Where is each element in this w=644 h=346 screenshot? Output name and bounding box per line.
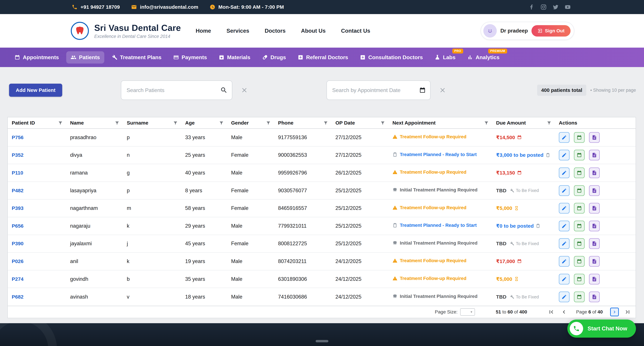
patient-id-link[interactable]: P352 bbox=[12, 152, 24, 158]
billing-button[interactable] bbox=[589, 167, 600, 178]
patient-id-link[interactable]: P682 bbox=[12, 294, 24, 300]
chat-button[interactable]: Start Chat Now bbox=[567, 320, 636, 338]
schedule-button[interactable] bbox=[574, 132, 585, 143]
search-patients-input[interactable] bbox=[121, 80, 232, 100]
edit-button[interactable] bbox=[559, 274, 570, 285]
edit-button[interactable] bbox=[559, 238, 570, 249]
nav-item-consultation-doctors[interactable]: Consultation Doctors bbox=[356, 51, 427, 63]
cell-name: nagaraju bbox=[66, 223, 123, 229]
billing-button[interactable] bbox=[589, 238, 600, 249]
last-page-button[interactable] bbox=[624, 309, 631, 315]
funnel-icon[interactable] bbox=[173, 120, 178, 125]
clear-search-button[interactable] bbox=[241, 86, 248, 94]
schedule-button[interactable] bbox=[574, 185, 585, 196]
nav-item-referral-doctors[interactable]: Referral Doctors bbox=[293, 51, 352, 63]
funnel-icon[interactable] bbox=[266, 120, 271, 125]
twitter-icon[interactable] bbox=[552, 4, 559, 10]
nav-item-analytics[interactable]: AnalyticsPREMIUM bbox=[463, 51, 504, 63]
funnel-icon[interactable] bbox=[115, 120, 120, 125]
header-nav-contact-us[interactable]: Contact Us bbox=[341, 28, 370, 34]
nav-item-treatment-plans[interactable]: Treatment Plans bbox=[107, 51, 166, 63]
add-new-patient-button[interactable]: Add New Patient bbox=[9, 84, 62, 97]
patient-id-link[interactable]: P026 bbox=[12, 259, 24, 264]
sign-out-button[interactable]: Sign Out bbox=[532, 25, 570, 36]
cell-due-amount: TBDTo Be Fixed bbox=[492, 294, 555, 300]
nav-item-patients[interactable]: Patients bbox=[66, 51, 104, 63]
edit-button[interactable] bbox=[559, 292, 570, 302]
schedule-button[interactable] bbox=[574, 167, 585, 178]
schedule-button[interactable] bbox=[574, 221, 585, 231]
header-nav-about-us[interactable]: About Us bbox=[301, 28, 326, 34]
billing-button[interactable] bbox=[589, 256, 600, 267]
header-nav-services[interactable]: Services bbox=[226, 28, 249, 34]
cell-patient-id: P274 bbox=[8, 276, 66, 282]
patient-id-link[interactable]: P390 bbox=[12, 241, 24, 246]
wrench-icon bbox=[510, 188, 514, 193]
billing-button[interactable] bbox=[589, 221, 600, 231]
edit-button[interactable] bbox=[559, 221, 570, 231]
cell-phone-text: 8008122725 bbox=[278, 241, 307, 246]
clinic-logo bbox=[71, 22, 89, 40]
funnel-icon[interactable] bbox=[484, 120, 489, 125]
schedule-button[interactable] bbox=[574, 256, 585, 267]
header-nav-doctors[interactable]: Doctors bbox=[265, 28, 286, 34]
schedule-button[interactable] bbox=[574, 274, 585, 285]
edit-button[interactable] bbox=[559, 203, 570, 214]
page-size-select[interactable] bbox=[460, 308, 475, 316]
warning-icon bbox=[392, 134, 398, 139]
facebook-icon[interactable] bbox=[528, 4, 535, 10]
site-header: Sri Vasu Dental Care Excellence in Denta… bbox=[0, 14, 644, 48]
patient-id-link[interactable]: P274 bbox=[12, 276, 24, 282]
billing-button[interactable] bbox=[589, 292, 600, 302]
edit-button[interactable] bbox=[559, 167, 570, 178]
schedule-button[interactable] bbox=[574, 238, 585, 249]
cell-gender: Male bbox=[227, 223, 274, 229]
funnel-icon[interactable] bbox=[58, 120, 63, 125]
edit-button[interactable] bbox=[559, 185, 570, 196]
billing-button[interactable] bbox=[589, 203, 600, 214]
schedule-button[interactable] bbox=[574, 150, 585, 160]
header-nav-home[interactable]: Home bbox=[196, 28, 211, 34]
edit-button[interactable] bbox=[559, 132, 570, 143]
nav-item-materials[interactable]: Materials bbox=[214, 51, 255, 63]
prev-page-button[interactable] bbox=[561, 309, 567, 315]
nav-item-labs[interactable]: LabsPRO bbox=[430, 51, 460, 63]
cell-gender: Female bbox=[227, 241, 274, 247]
patient-id-link[interactable]: P756 bbox=[12, 135, 24, 140]
billing-button[interactable] bbox=[589, 150, 600, 160]
funnel-icon[interactable] bbox=[380, 120, 385, 125]
edit-button[interactable] bbox=[559, 256, 570, 267]
schedule-button[interactable] bbox=[574, 292, 585, 302]
youtube-icon[interactable] bbox=[564, 4, 571, 10]
funnel-icon[interactable] bbox=[323, 120, 328, 125]
first-page-button[interactable] bbox=[548, 309, 554, 315]
cell-next-appointment: Treatment Planned - Ready to Start bbox=[388, 223, 492, 229]
billing-button[interactable] bbox=[589, 185, 600, 196]
funnel-icon[interactable] bbox=[547, 120, 552, 125]
nav-item-appointments[interactable]: Appointments bbox=[10, 51, 63, 63]
instagram-icon[interactable] bbox=[540, 4, 547, 10]
pencil-icon bbox=[562, 223, 567, 229]
nav-item-payments[interactable]: Payments bbox=[169, 51, 211, 63]
patient-id-link[interactable]: P393 bbox=[12, 205, 24, 211]
billing-button[interactable] bbox=[589, 274, 600, 285]
cell-age-text: 19 years bbox=[185, 258, 205, 264]
edit-button[interactable] bbox=[559, 150, 570, 160]
funnel-icon[interactable] bbox=[219, 120, 224, 125]
next-page-button[interactable] bbox=[610, 308, 619, 316]
clear-date-button[interactable] bbox=[439, 86, 446, 94]
cell-age: 40 years bbox=[181, 170, 227, 176]
patient-id-link[interactable]: P482 bbox=[12, 188, 24, 193]
billing-button[interactable] bbox=[589, 132, 600, 143]
cell-gender: Male bbox=[227, 276, 274, 282]
nav-item-drugs[interactable]: Drugs bbox=[258, 51, 290, 63]
cell-name-text: govindh bbox=[70, 276, 88, 282]
patient-id-link[interactable]: P656 bbox=[12, 223, 24, 229]
search-icon[interactable] bbox=[220, 86, 228, 94]
appointment-status-label: Initial Treatment Planning Required bbox=[400, 294, 478, 299]
schedule-button[interactable] bbox=[574, 203, 585, 214]
appointment-date-input[interactable] bbox=[326, 80, 430, 100]
cell-gender: Female bbox=[227, 205, 274, 211]
patient-id-link[interactable]: P110 bbox=[12, 170, 23, 176]
calendar-icon[interactable] bbox=[419, 87, 426, 93]
